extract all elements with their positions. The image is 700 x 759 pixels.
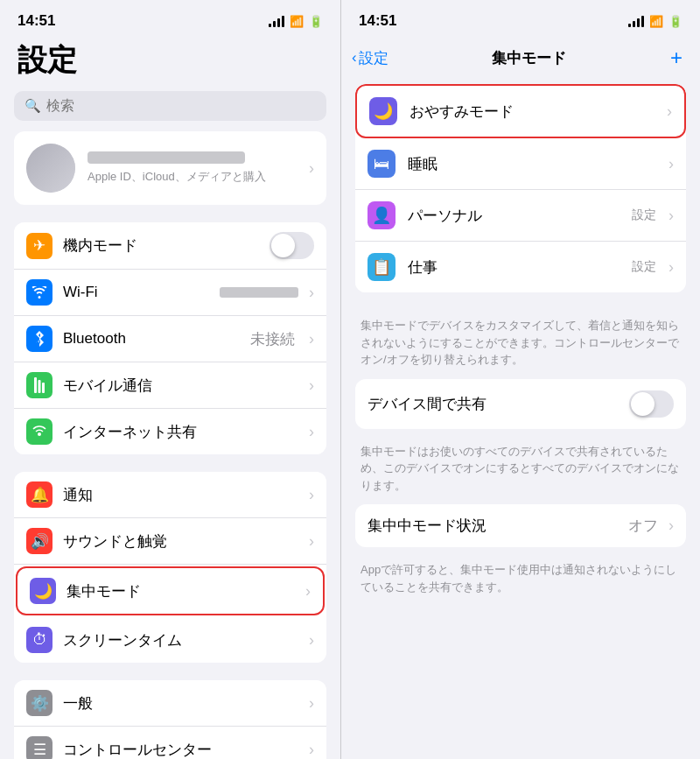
svg-rect-1 [38,380,41,393]
airplane-label: 機内モード [63,235,259,256]
focus-label: 集中モード [66,581,295,601]
share-label: デバイス間で共有 [368,394,619,414]
status-description: Appで許可すると、集中モード使用中は通知されないようにしていることを共有できま… [355,554,686,606]
notification-item[interactable]: 🔔 通知 › [14,472,326,518]
system-group: ⚙️ 一般 › ☰ コントロールセンター › [14,680,326,759]
work-value: 設定 [632,259,656,275]
notification-chevron: › [309,486,314,504]
screentime-chevron: › [309,631,314,650]
control-item[interactable]: ☰ コントロールセンター › [14,727,326,759]
mobile-label: モバイル通信 [63,376,298,396]
sound-chevron: › [309,532,314,551]
status-section-group: 集中中モード状況 オフ › [355,504,686,547]
right-status-icons: 📶 🔋 [628,15,682,28]
left-time: 14:51 [18,12,55,30]
sound-label: サウンドと触覚 [63,531,298,552]
right-time: 14:51 [359,12,396,30]
control-icon: ☰ [26,736,52,759]
left-status-icons: 📶 🔋 [269,15,323,28]
network-group: ✈ 機内モード Wi-Fi › [14,222,326,454]
avatar [26,144,75,193]
back-label: 設定 [359,48,388,68]
search-input[interactable] [46,98,316,114]
screentime-label: スクリーンタイム [63,630,298,650]
work-item[interactable]: 📋 仕事 設定 › [355,242,686,292]
status-label: 集中中モード状況 [368,516,618,536]
page-title: 設定 [0,33,340,91]
wifi-item[interactable]: Wi-Fi › [14,270,326,316]
hotspot-item[interactable]: インターネット共有 › [14,409,326,454]
back-button[interactable]: ‹ 設定 [352,48,388,68]
back-chevron-icon: ‹ [352,49,357,67]
oyasumi-chevron: › [667,102,672,121]
notifications-group: 🔔 通知 › 🔊 サウンドと触覚 › 🌙 集中モード › ⏱ スクリーンタイム … [14,472,326,663]
focus-mode-item[interactable]: 🌙 集中モード › [16,566,325,615]
sleep-label: 睡眠 [408,154,656,174]
settings-list: Apple ID、iCloud、メディアと購入 › ✈ 機内モード Wi-Fi [0,131,340,759]
work-icon: 📋 [368,253,396,281]
focus-icon-left: 🌙 [30,578,56,604]
sleep-item[interactable]: 🛏 睡眠 › [355,138,686,190]
nav-title: 集中モード [492,48,566,68]
wifi-label: Wi-Fi [63,284,209,301]
screentime-icon: ⏱ [26,627,52,653]
share-description: 集中モードはお使いのすべてのデバイスで共有されているため、このデバイスでオンにす… [355,436,686,505]
right-panel: 14:51 📶 🔋 ‹ 設定 集中モード + 🌙 おやすみモード [341,0,700,759]
hotspot-label: インターネット共有 [63,422,298,442]
profile-chevron: › [309,159,314,178]
focus-description: 集中モードでデバイスをカスタマイズして、着信と通知を知らされないようにすることが… [355,310,686,379]
work-chevron: › [668,258,674,277]
general-icon: ⚙️ [26,690,52,716]
battery-icon: 🔋 [309,15,323,28]
personal-item[interactable]: 👤 パーソナル 設定 › [355,190,686,242]
notification-icon: 🔔 [26,481,52,508]
sound-item[interactable]: 🔊 サウンドと触覚 › [14,518,326,565]
search-bar[interactable]: 🔍 [14,91,326,121]
personal-icon: 👤 [368,201,396,229]
bluetooth-item[interactable]: Bluetooth 未接続 › [14,316,326,362]
profile-name-bar [88,151,245,164]
personal-label: パーソナル [408,206,620,226]
sleep-icon: 🛏 [368,150,396,178]
right-signal-icon [628,16,644,27]
personal-chevron: › [668,207,674,225]
sound-icon: 🔊 [26,528,52,554]
wifi-value [220,287,298,298]
share-toggle[interactable] [629,390,674,418]
general-item[interactable]: ⚙️ 一般 › [14,680,326,727]
oyasumi-label: おやすみモード [410,102,654,122]
bluetooth-label: Bluetooth [63,330,240,348]
bluetooth-icon [26,326,52,352]
left-status-bar: 14:51 📶 🔋 [0,0,340,33]
focus-chevron: › [305,582,311,601]
work-label: 仕事 [408,257,620,278]
status-value: オフ [628,516,658,536]
svg-rect-2 [42,383,45,393]
airplane-icon: ✈ [26,233,52,259]
oyasumi-icon: 🌙 [369,97,397,125]
focus-modes-group: 🌙 おやすみモード › 🛏 睡眠 › 👤 パーソナル 設定 › 📋 仕事 [355,84,686,292]
personal-value: 設定 [632,207,656,223]
mobile-item[interactable]: モバイル通信 › [14,362,326,409]
sleep-chevron: › [668,155,674,173]
right-navbar: ‹ 設定 集中モード + [341,33,700,74]
bluetooth-value: 未接続 [250,329,295,349]
share-item[interactable]: デバイス間で共有 [355,379,686,429]
hotspot-icon [26,418,52,445]
hotspot-chevron: › [309,423,314,441]
oyasumi-item[interactable]: 🌙 おやすみモード › [355,84,686,138]
airplane-mode-item[interactable]: ✈ 機内モード [14,222,326,270]
status-item[interactable]: 集中中モード状況 オフ › [355,504,686,547]
screentime-item[interactable]: ⏱ スクリーンタイム › [14,617,326,663]
right-content: 🌙 おやすみモード › 🛏 睡眠 › 👤 パーソナル 設定 › 📋 仕事 [341,74,700,759]
share-section-group: デバイス間で共有 [355,379,686,429]
add-button[interactable]: + [670,46,682,70]
general-label: 一般 [63,693,298,713]
notification-label: 通知 [63,485,298,505]
svg-point-3 [38,432,41,436]
right-battery-icon: 🔋 [668,15,682,28]
search-icon: 🔍 [24,98,41,114]
profile-row[interactable]: Apple ID、iCloud、メディアと購入 › [14,131,326,205]
airplane-toggle[interactable] [270,232,314,259]
right-wifi-icon: 📶 [649,15,663,28]
